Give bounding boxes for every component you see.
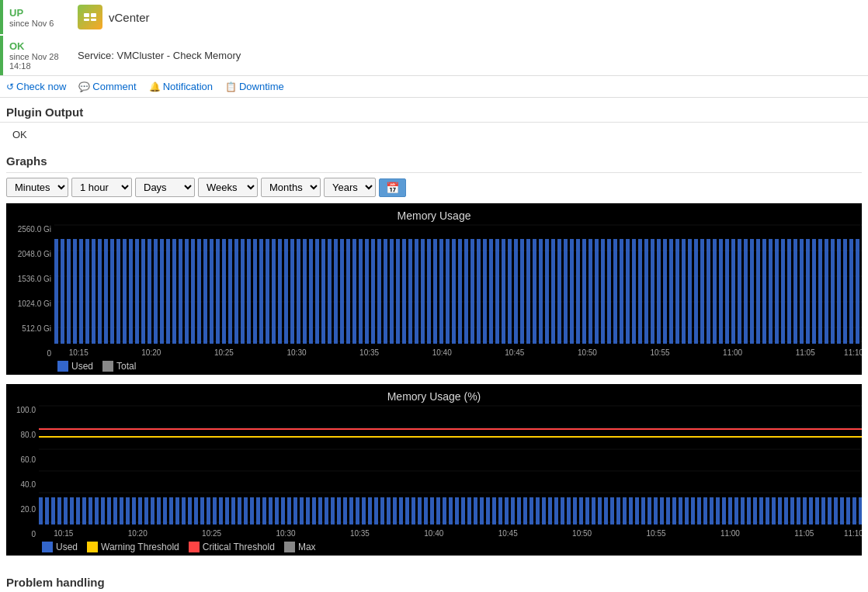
chart1-legend: Used Total [54, 359, 862, 375]
svg-text:10:50: 10:50 [578, 348, 597, 357]
svg-text:10:40: 10:40 [424, 529, 443, 538]
legend-warning: Warning Threshold [87, 542, 179, 552]
divider-1 [0, 122, 868, 123]
vcenter-icon-svg [82, 9, 98, 25]
svg-text:10:20: 10:20 [128, 529, 148, 538]
y1-label-5: 0 [6, 349, 51, 358]
chart2-title: Memory Usage (%) [6, 390, 862, 403]
select-minutes[interactable]: Minutes Hours Days Weeks Months Years [6, 178, 68, 197]
y1-label-2: 1536.0 Gi [6, 275, 51, 283]
legend-color-total-1 [102, 361, 113, 372]
y2-label-5: 0 [6, 530, 36, 538]
svg-text:11:00: 11:00 [720, 529, 740, 538]
calendar-button[interactable]: 📅 [379, 178, 406, 197]
select-weeks[interactable]: Weeks Months Years [198, 178, 258, 197]
select-years[interactable]: Years [324, 178, 376, 197]
chart2-svg: 10:15 10:20 10:25 10:30 10:35 10:40 10:4… [39, 404, 862, 540]
problem-handling-title: Problem handling [0, 568, 868, 592]
legend-color-critical [189, 542, 200, 552]
y2-label-3: 40.0 [6, 480, 36, 489]
legend-used-2: Used [42, 542, 78, 552]
graphs-section: Graphs Minutes Hours Days Weeks Months Y… [0, 148, 868, 568]
svg-text:10:30: 10:30 [276, 529, 295, 538]
svg-text:10:30: 10:30 [286, 348, 306, 357]
host-name: vCenter [109, 11, 150, 24]
graphs-title: Graphs [6, 151, 862, 172]
status-row-2: OK since Nov 28 14:18 Service: VMCluster… [0, 36, 868, 75]
svg-text:11:05: 11:05 [796, 348, 815, 357]
svg-text:10:35: 10:35 [359, 348, 379, 357]
comment-icon: 💬 [78, 81, 90, 92]
legend-color-warning [87, 542, 98, 552]
y1-label-1: 2048.0 Gi [6, 250, 51, 258]
y2-label-4: 20.0 [6, 505, 36, 514]
bell-icon: 🔔 [149, 81, 161, 92]
status-state-2: OK since Nov 28 14:18 [9, 40, 71, 71]
chart1-svg: 10:15 10:20 10:25 10:30 10:35 10:40 10:4… [54, 223, 862, 359]
select-months[interactable]: Months Years [261, 178, 321, 197]
downtime-link[interactable]: 📋 Downtime [225, 81, 284, 92]
downtime-icon: 📋 [225, 81, 237, 92]
status-ok: OK [9, 40, 71, 52]
divider-2 [6, 172, 862, 173]
vcenter-icon [78, 5, 102, 29]
chart2-y-axis: 100.0 80.0 60.0 40.0 20.0 0 [6, 404, 39, 556]
chart1-title: Memory Usage [6, 209, 862, 222]
svg-text:11:05: 11:05 [794, 529, 814, 538]
svg-text:10:50: 10:50 [572, 529, 592, 538]
legend-max: Max [284, 542, 316, 552]
action-bar: ↺ Check now 💬 Comment 🔔 Notification 📋 D… [0, 75, 868, 98]
status-row-1: UP since Nov 6 vCenter [0, 0, 868, 34]
y2-label-1: 80.0 [6, 431, 36, 439]
chart1-y-axis: 2560.0 Gi 2048.0 Gi 1536.0 Gi 1024.0 Gi … [6, 223, 54, 375]
plugin-output-section: Plugin Output OK [0, 98, 868, 148]
svg-text:10:40: 10:40 [432, 348, 452, 357]
y1-label-0: 2560.0 Gi [6, 225, 51, 234]
y2-label-0: 100.0 [6, 406, 36, 414]
svg-text:11:10: 11:10 [844, 348, 862, 357]
svg-text:10:45: 10:45 [498, 529, 518, 538]
legend-color-used-1 [57, 361, 68, 372]
status-up: UP [9, 7, 71, 19]
select-hour[interactable]: 1 hour 2 hours 4 hours [71, 178, 132, 197]
svg-rect-2 [84, 19, 89, 21]
select-days[interactable]: Days Weeks Months [135, 178, 195, 197]
y1-label-3: 1024.0 Gi [6, 299, 51, 308]
status-since-1: since Nov 6 [9, 19, 71, 28]
svg-rect-11 [54, 223, 862, 344]
svg-text:10:55: 10:55 [646, 529, 665, 538]
legend-used-1: Used [57, 361, 93, 372]
check-now-link[interactable]: ↺ Check now [6, 81, 66, 92]
svg-text:11:10: 11:10 [844, 529, 862, 538]
svg-rect-31 [39, 404, 862, 524]
chart1-container: Memory Usage 2560.0 Gi 2048.0 Gi 1536.0 … [6, 203, 862, 375]
notification-link[interactable]: 🔔 Notification [149, 81, 213, 92]
chart2-container: Memory Usage (%) 100.0 80.0 60.0 40.0 20… [6, 384, 862, 556]
service-name: Service: VMCluster - Check Memory [78, 50, 241, 61]
legend-total-1: Total [102, 361, 136, 372]
chart2-area: 100.0 80.0 60.0 40.0 20.0 0 [6, 404, 862, 556]
legend-color-used-2 [42, 542, 53, 552]
svg-text:11:00: 11:00 [723, 348, 742, 357]
svg-text:10:45: 10:45 [505, 348, 524, 357]
refresh-icon: ↺ [6, 81, 14, 92]
svg-rect-1 [91, 13, 96, 17]
problem-handling-section: Problem handling [0, 568, 868, 592]
y2-label-2: 60.0 [6, 455, 36, 464]
y1-label-4: 512.0 Gi [6, 324, 51, 333]
svg-text:10:35: 10:35 [350, 529, 370, 538]
chart1-svg-container: 10:15 10:20 10:25 10:30 10:35 10:40 10:4… [54, 223, 862, 375]
plugin-output-value: OK [0, 126, 868, 148]
chart2-svg-container: 10:15 10:20 10:25 10:30 10:35 10:40 10:4… [39, 404, 862, 556]
comment-link[interactable]: 💬 Comment [78, 81, 136, 92]
svg-rect-3 [91, 19, 96, 21]
svg-text:10:20: 10:20 [141, 348, 161, 357]
chart2-legend: Used Warning Threshold Critical Threshol… [39, 540, 862, 556]
svg-rect-0 [84, 13, 89, 17]
legend-color-max [284, 542, 295, 552]
status-state-1: UP since Nov 6 [9, 7, 71, 28]
legend-critical: Critical Threshold [189, 542, 275, 552]
svg-text:10:25: 10:25 [214, 348, 234, 357]
svg-text:10:55: 10:55 [650, 348, 669, 357]
status-since-2: since Nov 28 14:18 [9, 52, 71, 71]
